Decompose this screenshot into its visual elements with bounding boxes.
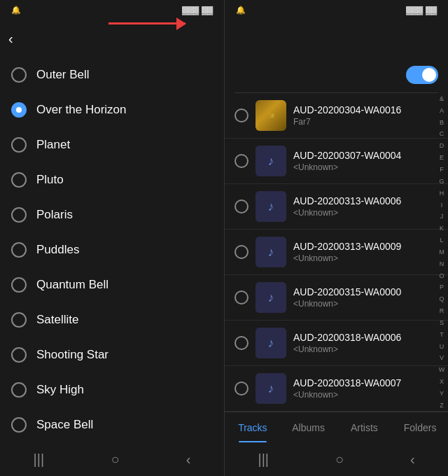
alpha-letter[interactable]: T: [440, 332, 444, 338]
left-top-bar: ‹: [0, 20, 224, 57]
left-top-bar-left: ‹: [8, 31, 19, 47]
alpha-letter[interactable]: Y: [440, 391, 444, 397]
sound-thumbnail: ♪: [255, 373, 286, 404]
list-item[interactable]: Planet: [0, 127, 224, 162]
alpha-letter[interactable]: M: [439, 249, 444, 255]
ringtone-name: Sky High: [36, 383, 84, 397]
back-button[interactable]: ‹: [8, 31, 13, 47]
alpha-letter[interactable]: R: [440, 308, 444, 314]
alpha-letter[interactable]: U: [440, 344, 444, 350]
right-signal-icon: ▓▓▓: [406, 6, 423, 14]
music-icon: ♪: [255, 282, 286, 313]
list-item[interactable]: Sky High: [0, 372, 224, 407]
music-icon: ♪: [255, 237, 286, 267]
right-status-bar: 🔔 ▓▓▓ ▓▓: [225, 0, 448, 20]
alpha-letter[interactable]: S: [440, 320, 444, 326]
list-item[interactable]: Satellite: [0, 302, 224, 337]
left-battery: ▓▓▓ ▓▓: [182, 6, 216, 14]
list-item[interactable]: Pluto: [0, 162, 224, 197]
ringtone-name: Pluto: [36, 173, 64, 187]
alpha-letter[interactable]: E: [440, 155, 444, 161]
ringtone-list: Outer BellOver the HorizonPlanetPlutoPol…: [0, 57, 224, 442]
sound-radio: [234, 382, 248, 396]
alpha-letter[interactable]: A: [440, 108, 444, 114]
sound-name: AUD-20200307-WA0004: [293, 150, 438, 161]
alpha-letter[interactable]: &: [440, 96, 444, 102]
alpha-letter[interactable]: F: [440, 167, 444, 173]
right-home-icon[interactable]: ○: [335, 451, 344, 468]
sound-list-item[interactable]: ♪AUD-20200307-WA0004<Unknown>: [225, 139, 448, 184]
sound-list-item[interactable]: ♪AUD-20200315-WA0000<Unknown>: [225, 275, 448, 321]
notification-icon: 🔔: [11, 6, 21, 15]
highlights-toggle[interactable]: [406, 66, 438, 84]
sound-thumbnail: ♪: [255, 191, 286, 222]
alpha-letter[interactable]: C: [440, 131, 444, 137]
sound-list-item[interactable]: ♪AUD-20200318-WA0006<Unknown>: [225, 321, 448, 366]
right-top-bar: [225, 20, 448, 57]
list-item[interactable]: Over the Horizon: [0, 92, 224, 127]
alpha-letter[interactable]: P: [440, 284, 444, 290]
left-nav-bar: ||| ○ ‹: [0, 442, 224, 476]
left-status-bar: 🔔 ▓▓▓ ▓▓: [0, 0, 224, 20]
sound-radio: [234, 108, 248, 122]
alpha-letter[interactable]: V: [440, 355, 444, 361]
alpha-letter[interactable]: Q: [439, 296, 444, 302]
alpha-letter[interactable]: Z: [440, 402, 444, 409]
alpha-letter[interactable]: J: [440, 214, 444, 220]
ringtone-name: Planet: [36, 138, 70, 152]
recent-apps-icon[interactable]: |||: [34, 451, 45, 468]
toggle-row: [225, 57, 448, 92]
tab-tracks[interactable]: Tracks: [225, 412, 281, 442]
sound-list-item[interactable]: ♪AUD-20200313-WA0006<Unknown>: [225, 184, 448, 230]
sound-name: AUD-20200313-WA0009: [293, 241, 438, 252]
right-notification-icon: 🔔: [236, 6, 246, 15]
back-nav-icon[interactable]: ‹: [186, 451, 191, 468]
radio-circle: [11, 102, 27, 118]
sound-name: AUD-20200318-WA0006: [293, 332, 438, 343]
home-icon[interactable]: ○: [111, 451, 119, 468]
radio-circle: [11, 347, 27, 363]
list-item[interactable]: Puddles: [0, 232, 224, 267]
sound-artist: <Unknown>: [293, 299, 438, 309]
list-item[interactable]: Outer Bell: [0, 57, 224, 92]
tab-folders[interactable]: Folders: [392, 412, 448, 442]
sound-name: AUD-20200315-WA0000: [293, 286, 438, 298]
alpha-letter[interactable]: H: [440, 190, 444, 197]
list-item[interactable]: Space Bell: [0, 407, 224, 442]
sound-info: AUD-20200318-WA0006<Unknown>: [293, 332, 438, 354]
list-item[interactable]: Polaris: [0, 197, 224, 232]
sound-info: AUD-20200315-WA0000<Unknown>: [293, 286, 438, 309]
sound-list-item[interactable]: 🏜AUD-20200304-WA0016Far7: [225, 93, 448, 139]
music-icon: ♪: [255, 146, 286, 176]
alpha-letter[interactable]: D: [440, 143, 444, 149]
alpha-letter[interactable]: W: [439, 367, 445, 373]
right-recent-apps-icon[interactable]: |||: [258, 451, 269, 468]
sound-list-item[interactable]: ♪AUD-20200313-WA0009<Unknown>: [225, 230, 448, 275]
radio-circle: [11, 417, 27, 433]
alpha-letter[interactable]: O: [439, 273, 444, 279]
sound-info: AUD-20200313-WA0006<Unknown>: [293, 195, 438, 218]
sound-info: AUD-20200313-WA0009<Unknown>: [293, 241, 438, 263]
sound-thumbnail: ♪: [255, 282, 286, 313]
alpha-letter[interactable]: X: [440, 379, 444, 385]
radio-circle: [11, 172, 27, 188]
alpha-letter[interactable]: N: [440, 261, 444, 267]
alpha-letter[interactable]: G: [439, 178, 444, 185]
alpha-letter[interactable]: K: [440, 225, 444, 232]
right-back-nav-icon[interactable]: ‹: [410, 451, 415, 468]
list-item[interactable]: Quantum Bell: [0, 267, 224, 302]
tab-albums[interactable]: Albums: [281, 412, 337, 442]
tab-artists[interactable]: Artists: [337, 412, 393, 442]
sound-artist: <Unknown>: [293, 162, 438, 172]
list-item[interactable]: Shooting Star: [0, 337, 224, 372]
sound-artist: <Unknown>: [293, 344, 438, 354]
sound-thumbnail: ♪: [255, 328, 286, 358]
sound-artist: <Unknown>: [293, 253, 438, 263]
sound-list-item[interactable]: ♪AUD-20200318-WA0007<Unknown>: [225, 366, 448, 412]
ringtone-name: Polaris: [36, 208, 73, 222]
sound-artist: <Unknown>: [293, 208, 438, 218]
alpha-letter[interactable]: L: [440, 237, 443, 244]
alpha-letter[interactable]: I: [441, 202, 443, 209]
alpha-letter[interactable]: B: [440, 120, 444, 126]
ringtone-name: Satellite: [36, 313, 78, 327]
